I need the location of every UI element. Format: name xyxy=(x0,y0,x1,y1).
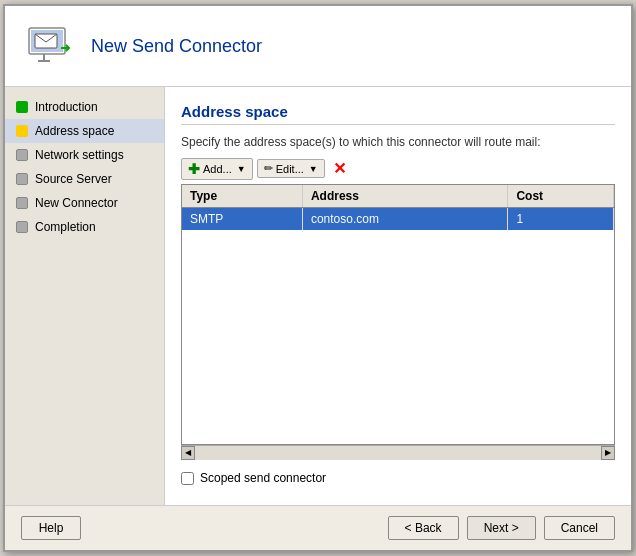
row-type: SMTP xyxy=(182,208,302,231)
table-row[interactable]: SMTP contoso.com 1 xyxy=(182,208,614,231)
cancel-button[interactable]: Cancel xyxy=(544,516,615,540)
address-space-indicator xyxy=(15,124,29,138)
completion-indicator xyxy=(15,220,29,234)
scroll-right-button[interactable]: ▶ xyxy=(601,446,615,460)
sidebar-label-address-space: Address space xyxy=(35,124,114,138)
dialog-body: Introduction Address space Network setti… xyxy=(5,87,631,505)
horizontal-scrollbar[interactable]: ◀ ▶ xyxy=(181,445,615,459)
scoped-connector-checkbox[interactable] xyxy=(181,472,194,485)
sidebar-label-source-server: Source Server xyxy=(35,172,112,186)
dialog-header: New Send Connector xyxy=(5,6,631,87)
add-dropdown-arrow: ▼ xyxy=(237,164,246,174)
sidebar-item-network-settings[interactable]: Network settings xyxy=(5,143,164,167)
sidebar-item-address-space[interactable]: Address space xyxy=(5,119,164,143)
new-connector-indicator xyxy=(15,196,29,210)
col-cost: Cost xyxy=(508,185,614,208)
description: Specify the address space(s) to which th… xyxy=(181,135,615,149)
edit-button[interactable]: ✏ Edit... ▼ xyxy=(257,159,325,178)
sidebar-item-introduction[interactable]: Introduction xyxy=(5,95,164,119)
sidebar-item-new-connector[interactable]: New Connector xyxy=(5,191,164,215)
introduction-indicator xyxy=(15,100,29,114)
footer-right: < Back Next > Cancel xyxy=(388,516,615,540)
footer-left: Help xyxy=(21,516,81,540)
add-label: Add... xyxy=(203,163,232,175)
source-server-indicator xyxy=(15,172,29,186)
edit-dropdown-arrow: ▼ xyxy=(309,164,318,174)
next-button[interactable]: Next > xyxy=(467,516,536,540)
row-address: contoso.com xyxy=(302,208,508,231)
address-space-table: Type Address Cost SMTP contoso.com 1 xyxy=(181,184,615,445)
sidebar-label-introduction: Introduction xyxy=(35,100,98,114)
scroll-track xyxy=(195,446,601,460)
svg-rect-4 xyxy=(38,60,50,62)
section-title: Address space xyxy=(181,103,615,125)
sidebar-label-new-connector: New Connector xyxy=(35,196,118,210)
dialog: New Send Connector Introduction Address … xyxy=(3,4,633,552)
add-icon: ✚ xyxy=(188,161,200,177)
sidebar-item-completion[interactable]: Completion xyxy=(5,215,164,239)
back-button[interactable]: < Back xyxy=(388,516,459,540)
network-settings-indicator xyxy=(15,148,29,162)
row-cost: 1 xyxy=(508,208,614,231)
scoped-connector-row: Scoped send connector xyxy=(181,467,615,489)
sidebar: Introduction Address space Network setti… xyxy=(5,87,165,505)
toolbar: ✚ Add... ▼ ✏ Edit... ▼ ✕ xyxy=(181,157,615,180)
dialog-footer: Help < Back Next > Cancel xyxy=(5,505,631,550)
sidebar-item-source-server[interactable]: Source Server xyxy=(5,167,164,191)
table-header-row: Type Address Cost xyxy=(182,185,614,208)
main-content: Address space Specify the address space(… xyxy=(165,87,631,505)
dialog-title: New Send Connector xyxy=(91,36,262,57)
add-button[interactable]: ✚ Add... ▼ xyxy=(181,158,253,180)
svg-rect-3 xyxy=(43,54,45,60)
col-type: Type xyxy=(182,185,302,208)
edit-label: Edit... xyxy=(276,163,304,175)
delete-button[interactable]: ✕ xyxy=(329,157,350,180)
edit-icon: ✏ xyxy=(264,162,273,175)
scoped-connector-label: Scoped send connector xyxy=(200,471,326,485)
sidebar-label-network-settings: Network settings xyxy=(35,148,124,162)
help-button[interactable]: Help xyxy=(21,516,81,540)
sidebar-label-completion: Completion xyxy=(35,220,96,234)
scroll-left-button[interactable]: ◀ xyxy=(181,446,195,460)
send-connector-icon xyxy=(21,18,77,74)
col-address: Address xyxy=(302,185,508,208)
